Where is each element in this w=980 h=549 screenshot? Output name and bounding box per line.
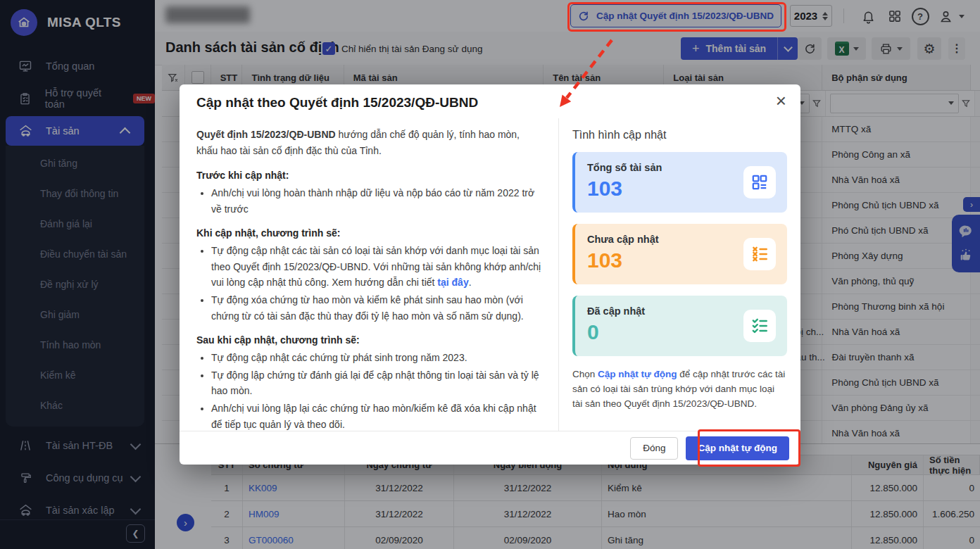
after-bullet-1: Tự động cập nhật các chứng từ phát sinh … [211,350,541,366]
screen: MISA QLTS Tổng quan Hỗ trợ quyết toán N [0,0,980,549]
status-note: Chọn Cập nhật tự động để cập nhật trước … [572,367,787,412]
note-pre: Chọn [572,369,598,379]
updated-card: Đã cập nhật 0 [572,296,787,356]
status-heading: Tình hình cập nhật [572,129,787,141]
modal-description: Quyết định 15/2023/QĐ-UBND hướng dẫn chế… [180,118,558,431]
before-heading: Trước khi cập nhật: [196,168,541,184]
after-bullet-3: Anh/chị vui lòng lập lại các chứng từ ha… [211,400,541,432]
after-bullet-2: Tự động lập chứng từ đánh giá lại để cập… [211,367,541,399]
during-list: Tự động cập nhật các tài sản có loại tài… [196,243,541,324]
x-list-icon [743,238,776,270]
before-bullet: Anh/chị vui lòng hoàn thành nhập dữ liệu… [211,185,541,217]
auto-update-link[interactable]: Cập nhật tự động [598,369,677,379]
modal-footer: Đóng Cập nhật tự động [180,431,800,465]
grid-list-icon [743,166,776,198]
modal-intro: Quyết định 15/2023/QĐ-UBND hướng dẫn chế… [196,127,541,158]
after-list: Tự động cập nhật các chứng từ phát sinh … [196,350,541,432]
during-bullet-1: Tự động cập nhật các tài sản có loại tài… [211,243,541,291]
guide-link[interactable]: tại đây [437,277,468,288]
close-button[interactable]: Đóng [630,437,678,460]
not-updated-card: Chưa cập nhật 103 [572,224,787,284]
close-icon[interactable]: × [776,92,786,110]
during-bullet-2: Tự động xóa chứng từ hao mòn và kiểm kê … [211,292,541,324]
before-list: Anh/chị vui lòng hoàn thành nhập dữ liệu… [196,185,541,217]
during-bullet-1-period: . [469,277,472,288]
total-assets-card: Tổng số tài sản 103 [572,152,787,213]
update-decision-modal: Cập nhật theo Quyết định 15/2023/QĐ-UBND… [180,84,800,465]
during-bullet-1-text: Tự động cập nhật các tài sản có loại tài… [211,245,541,288]
check-list-icon [743,310,776,342]
update-status-panel: Tình hình cập nhật Tổng số tài sản 103 C… [558,118,800,431]
during-heading: Khi cập nhật, chương trình sẽ: [196,225,541,241]
after-heading: Sau khi cập nhật, chương trình sẽ: [196,332,541,348]
decision-name: Quyết định 15/2023/QĐ-UBND [196,129,336,140]
auto-update-button[interactable]: Cập nhật tự động [686,436,789,460]
modal-title: Cập nhật theo Quyết định 15/2023/QĐ-UBND [196,95,478,111]
